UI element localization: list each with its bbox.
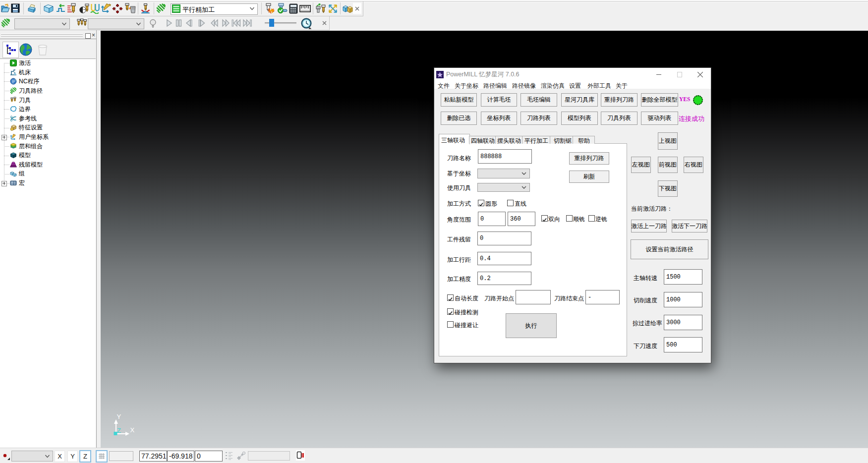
svg-text:Z: Z <box>117 427 121 434</box>
svg-text:Y: Y <box>117 413 121 420</box>
svg-text:X: X <box>130 426 135 434</box>
